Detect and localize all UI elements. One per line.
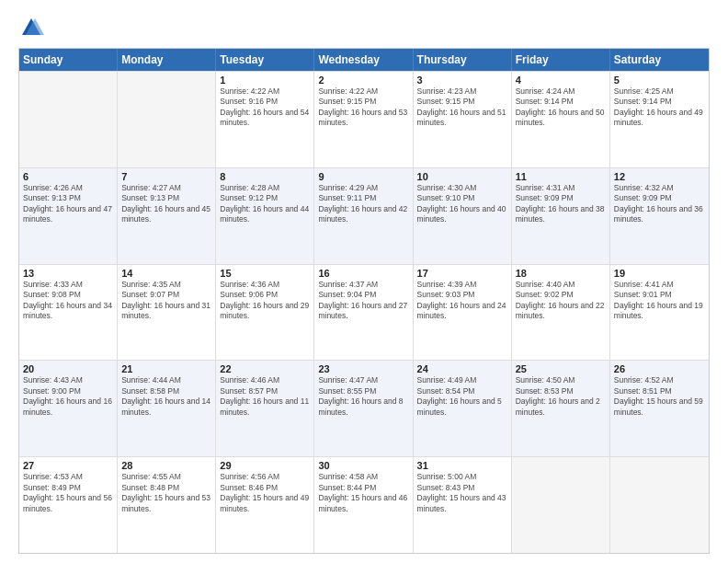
cell-day-number: 29 xyxy=(220,460,310,471)
cell-day-number: 26 xyxy=(614,363,705,374)
cell-day-number: 20 xyxy=(23,363,113,374)
cal-cell-6: 6Sunrise: 4:26 AMSunset: 9:13 PMDaylight… xyxy=(19,168,118,264)
cell-day-number: 17 xyxy=(417,268,507,279)
cell-info: Sunrise: 4:26 AMSunset: 9:13 PMDaylight:… xyxy=(23,183,113,225)
cell-day-number: 9 xyxy=(318,171,408,182)
header-day-monday: Monday xyxy=(118,49,216,71)
cal-cell-20: 20Sunrise: 4:43 AMSunset: 9:00 PMDayligh… xyxy=(19,361,118,456)
cell-info: Sunrise: 4:33 AMSunset: 9:08 PMDaylight:… xyxy=(23,280,113,322)
cell-info: Sunrise: 4:44 AMSunset: 8:58 PMDaylight:… xyxy=(121,375,211,418)
cal-cell-2: 2Sunrise: 4:22 AMSunset: 9:15 PMDaylight… xyxy=(314,72,413,167)
cell-day-number: 27 xyxy=(23,460,113,471)
cell-day-number: 25 xyxy=(516,363,606,374)
cell-day-number: 12 xyxy=(614,171,705,182)
cell-info: Sunrise: 4:39 AMSunset: 9:03 PMDaylight:… xyxy=(417,280,507,322)
cell-day-number: 16 xyxy=(318,268,408,279)
cal-cell-31: 31Sunrise: 5:00 AMSunset: 8:43 PMDayligh… xyxy=(414,457,512,553)
cell-info: Sunrise: 4:46 AMSunset: 8:57 PMDaylight:… xyxy=(220,375,310,418)
cell-day-number: 15 xyxy=(220,268,310,279)
cell-info: Sunrise: 4:24 AMSunset: 9:14 PMDaylight:… xyxy=(516,86,606,129)
cal-week-1: 6Sunrise: 4:26 AMSunset: 9:13 PMDaylight… xyxy=(19,167,709,264)
header-day-friday: Friday xyxy=(512,49,610,71)
cal-cell-empty xyxy=(118,72,216,167)
cell-info: Sunrise: 4:49 AMSunset: 8:54 PMDaylight:… xyxy=(417,375,507,418)
cal-cell-14: 14Sunrise: 4:35 AMSunset: 9:07 PMDayligh… xyxy=(118,265,216,361)
cell-info: Sunrise: 4:40 AMSunset: 9:02 PMDaylight:… xyxy=(516,280,606,322)
cell-day-number: 28 xyxy=(121,460,211,471)
cal-cell-16: 16Sunrise: 4:37 AMSunset: 9:04 PMDayligh… xyxy=(314,265,413,361)
cell-day-number: 1 xyxy=(220,75,310,86)
logo-icon xyxy=(18,15,44,40)
header-day-tuesday: Tuesday xyxy=(216,49,314,71)
cell-info: Sunrise: 4:50 AMSunset: 8:53 PMDaylight:… xyxy=(516,375,606,418)
cell-info: Sunrise: 4:56 AMSunset: 8:46 PMDaylight:… xyxy=(220,472,310,514)
cal-cell-22: 22Sunrise: 4:46 AMSunset: 8:57 PMDayligh… xyxy=(216,361,314,456)
cal-cell-19: 19Sunrise: 4:41 AMSunset: 9:01 PMDayligh… xyxy=(610,265,709,361)
cal-cell-21: 21Sunrise: 4:44 AMSunset: 8:58 PMDayligh… xyxy=(118,361,216,456)
cell-day-number: 5 xyxy=(614,75,705,86)
cal-cell-7: 7Sunrise: 4:27 AMSunset: 9:13 PMDaylight… xyxy=(118,168,216,264)
cal-cell-30: 30Sunrise: 4:58 AMSunset: 8:44 PMDayligh… xyxy=(314,457,413,553)
logo xyxy=(18,15,48,40)
cal-cell-1: 1Sunrise: 4:22 AMSunset: 9:16 PMDaylight… xyxy=(216,72,314,167)
cell-info: Sunrise: 4:41 AMSunset: 9:01 PMDaylight:… xyxy=(614,280,705,322)
header-day-sunday: Sunday xyxy=(19,49,118,71)
cell-info: Sunrise: 4:58 AMSunset: 8:44 PMDaylight:… xyxy=(318,472,408,514)
cal-cell-8: 8Sunrise: 4:28 AMSunset: 9:12 PMDaylight… xyxy=(216,168,314,264)
header-day-saturday: Saturday xyxy=(610,49,709,71)
cell-day-number: 2 xyxy=(318,75,408,86)
cal-cell-18: 18Sunrise: 4:40 AMSunset: 9:02 PMDayligh… xyxy=(512,265,610,361)
cell-info: Sunrise: 4:32 AMSunset: 9:09 PMDaylight:… xyxy=(614,183,705,225)
calendar: SundayMondayTuesdayWednesdayThursdayFrid… xyxy=(18,48,710,554)
cell-info: Sunrise: 5:00 AMSunset: 8:43 PMDaylight:… xyxy=(417,472,507,514)
cal-cell-29: 29Sunrise: 4:56 AMSunset: 8:46 PMDayligh… xyxy=(216,457,314,553)
cal-week-2: 13Sunrise: 4:33 AMSunset: 9:08 PMDayligh… xyxy=(19,264,709,361)
cell-info: Sunrise: 4:29 AMSunset: 9:11 PMDaylight:… xyxy=(318,183,408,225)
cell-info: Sunrise: 4:22 AMSunset: 9:16 PMDaylight:… xyxy=(220,86,310,129)
cell-info: Sunrise: 4:27 AMSunset: 9:13 PMDaylight:… xyxy=(121,183,211,225)
cell-day-number: 21 xyxy=(121,363,211,374)
header-day-thursday: Thursday xyxy=(414,49,512,71)
cell-info: Sunrise: 4:37 AMSunset: 9:04 PMDaylight:… xyxy=(318,280,408,322)
cell-day-number: 31 xyxy=(417,460,507,471)
cell-day-number: 18 xyxy=(516,268,606,279)
cal-cell-4: 4Sunrise: 4:24 AMSunset: 9:14 PMDaylight… xyxy=(512,72,610,167)
cell-info: Sunrise: 4:28 AMSunset: 9:12 PMDaylight:… xyxy=(220,183,310,225)
cell-day-number: 6 xyxy=(23,171,113,182)
cal-cell-10: 10Sunrise: 4:30 AMSunset: 9:10 PMDayligh… xyxy=(414,168,512,264)
cal-week-4: 27Sunrise: 4:53 AMSunset: 8:49 PMDayligh… xyxy=(19,456,709,553)
cell-day-number: 14 xyxy=(121,268,211,279)
cal-cell-5: 5Sunrise: 4:25 AMSunset: 9:14 PMDaylight… xyxy=(610,72,709,167)
cal-cell-11: 11Sunrise: 4:31 AMSunset: 9:09 PMDayligh… xyxy=(512,168,610,264)
page: SundayMondayTuesdayWednesdayThursdayFrid… xyxy=(0,0,728,563)
cell-day-number: 10 xyxy=(417,171,507,182)
cal-cell-empty xyxy=(512,457,610,553)
cal-cell-15: 15Sunrise: 4:36 AMSunset: 9:06 PMDayligh… xyxy=(216,265,314,361)
cal-week-3: 20Sunrise: 4:43 AMSunset: 9:00 PMDayligh… xyxy=(19,360,709,456)
cal-cell-24: 24Sunrise: 4:49 AMSunset: 8:54 PMDayligh… xyxy=(414,361,512,456)
cal-cell-9: 9Sunrise: 4:29 AMSunset: 9:11 PMDaylight… xyxy=(314,168,413,264)
cell-day-number: 4 xyxy=(516,75,606,86)
cell-info: Sunrise: 4:25 AMSunset: 9:14 PMDaylight:… xyxy=(614,86,705,129)
cell-info: Sunrise: 4:36 AMSunset: 9:06 PMDaylight:… xyxy=(220,280,310,322)
cal-cell-12: 12Sunrise: 4:32 AMSunset: 9:09 PMDayligh… xyxy=(610,168,709,264)
cal-cell-13: 13Sunrise: 4:33 AMSunset: 9:08 PMDayligh… xyxy=(19,265,118,361)
cell-info: Sunrise: 4:47 AMSunset: 8:55 PMDaylight:… xyxy=(318,375,408,418)
cal-cell-26: 26Sunrise: 4:52 AMSunset: 8:51 PMDayligh… xyxy=(610,361,709,456)
cell-day-number: 7 xyxy=(121,171,211,182)
cell-day-number: 24 xyxy=(417,363,507,374)
cal-week-0: 1Sunrise: 4:22 AMSunset: 9:16 PMDaylight… xyxy=(19,71,709,167)
header-day-wednesday: Wednesday xyxy=(314,49,413,71)
cal-cell-23: 23Sunrise: 4:47 AMSunset: 8:55 PMDayligh… xyxy=(314,361,413,456)
cal-cell-28: 28Sunrise: 4:55 AMSunset: 8:48 PMDayligh… xyxy=(118,457,216,553)
cal-cell-3: 3Sunrise: 4:23 AMSunset: 9:15 PMDaylight… xyxy=(414,72,512,167)
cell-info: Sunrise: 4:43 AMSunset: 9:00 PMDaylight:… xyxy=(23,375,113,418)
cell-day-number: 13 xyxy=(23,268,113,279)
cell-day-number: 11 xyxy=(516,171,606,182)
cell-info: Sunrise: 4:52 AMSunset: 8:51 PMDaylight:… xyxy=(614,375,705,418)
header xyxy=(18,15,710,40)
cell-info: Sunrise: 4:22 AMSunset: 9:15 PMDaylight:… xyxy=(318,86,408,129)
cal-cell-empty xyxy=(610,457,709,553)
cell-info: Sunrise: 4:35 AMSunset: 9:07 PMDaylight:… xyxy=(121,280,211,322)
cell-day-number: 19 xyxy=(614,268,705,279)
